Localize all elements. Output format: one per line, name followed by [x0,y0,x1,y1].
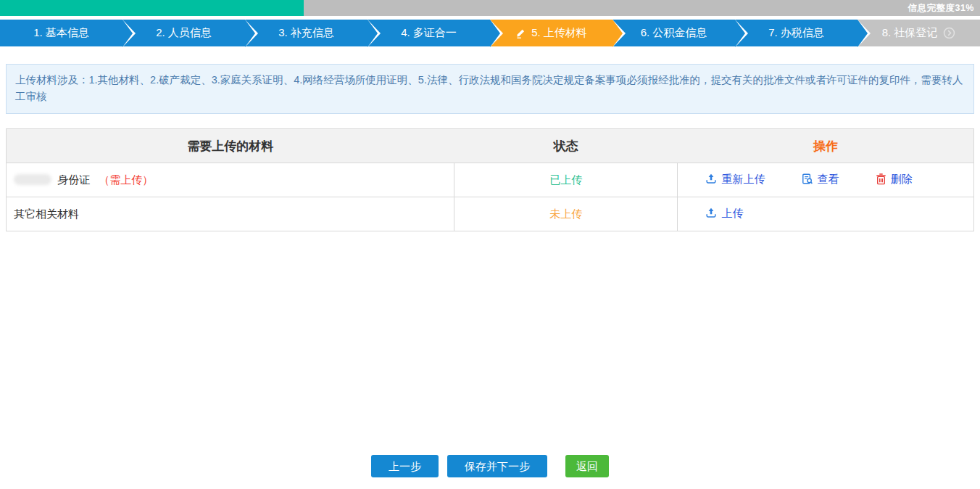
step-tab-label: 1. 基本信息 [33,26,89,40]
view-icon [802,173,813,185]
status-badge: 已上传 [549,173,582,186]
material-required-tag: （需上传） [99,173,153,186]
step-tab-provident-fund[interactable]: 6. 公积金信息 [612,20,735,46]
step-tab-label: 2. 人员信息 [156,26,212,40]
delete-button[interactable]: 删除 [876,173,913,186]
action-label: 删除 [891,173,913,186]
step-tab-label: 7. 办税信息 [768,26,824,40]
status-badge: 未上传 [549,207,582,220]
upload-icon [705,173,717,185]
materials-table: 需要上传的材料 状态 操作 身份证 （需上传） 已上传 [6,128,974,231]
step-tab-supplementary-info[interactable]: 3. 补充信息 [245,20,368,46]
view-button[interactable]: 查看 [802,173,839,186]
step-tab-label: 6. 公积金信息 [641,26,707,40]
status-cell: 已上传 [454,163,678,197]
action-label: 上传 [721,207,743,221]
back-button[interactable]: 返回 [565,455,609,477]
step-tab-label: 5. 上传材料 [531,26,587,40]
actions-cell: 上传 [678,197,974,231]
material-cell-other: 其它相关材料 [7,197,454,231]
reupload-button[interactable]: 重新上传 [705,173,765,186]
step-nav: 1. 基本信息 2. 人员信息 3. 补充信息 4. 多证合一 5. 上传材料 … [0,20,980,46]
actions-cell: 重新上传 查看 [678,163,974,197]
completeness-progress-bar: 信息完整度31% [0,0,980,16]
action-label: 重新上传 [721,173,765,186]
material-cell-id-card: 身份证 （需上传） [7,163,454,197]
column-header-actions: 操作 [678,129,974,163]
column-header-material: 需要上传的材料 [7,129,454,163]
step-tab-basic-info[interactable]: 1. 基本信息 [0,20,122,46]
step-tab-label: 4. 多证合一 [401,26,457,40]
step-tab-personnel-info[interactable]: 2. 人员信息 [122,20,245,46]
step-tab-tax-info[interactable]: 7. 办税信息 [735,20,858,46]
step-tab-label: 8. 社保登记 [882,26,938,40]
material-name: 其它相关材料 [14,207,79,220]
footer-button-bar: 上一步 保存并下一步 返回 [0,455,980,477]
step-tab-social-security[interactable]: 8. 社保登记 [858,20,980,46]
step-tab-label: 3. 补充信息 [278,26,334,40]
save-and-next-button[interactable]: 保存并下一步 [447,455,547,477]
step-tab-multi-cert[interactable]: 4. 多证合一 [368,20,490,46]
progress-label: 信息完整度31% [908,0,974,16]
redacted-name [14,174,51,185]
column-header-status: 状态 [454,129,678,163]
step-tab-upload-materials[interactable]: 5. 上传材料 [490,20,612,46]
table-row: 其它相关材料 未上传 上传 [7,197,974,231]
material-name: 身份证 [57,173,90,186]
previous-step-button[interactable]: 上一步 [371,455,439,477]
status-cell: 未上传 [454,197,678,231]
chevron-circle-icon [943,27,955,39]
delete-icon [876,173,886,185]
table-header-row: 需要上传的材料 状态 操作 [7,129,974,163]
progress-fill [0,0,304,16]
upload-icon [705,207,717,219]
upload-button[interactable]: 上传 [705,207,743,221]
action-label: 查看 [818,173,839,186]
pencil-icon [515,28,526,38]
table-row: 身份证 （需上传） 已上传 重新上传 [7,163,974,197]
upload-materials-notice: 上传材料涉及：1.其他材料、2.破产裁定、3.家庭关系证明、4.网络经营场所使用… [6,64,974,114]
